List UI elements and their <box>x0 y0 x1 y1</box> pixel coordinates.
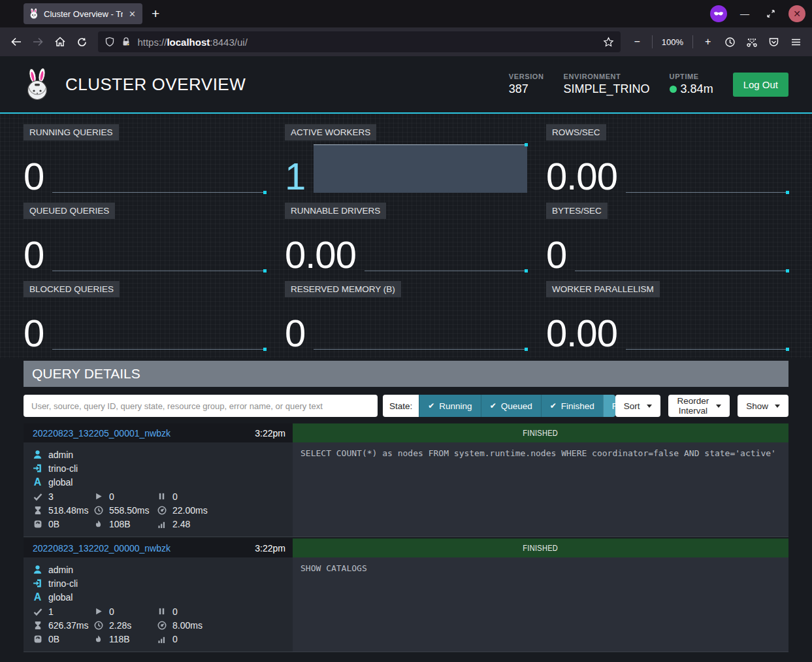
stat-value: 1 <box>285 161 305 193</box>
chevron-down-icon <box>716 405 721 408</box>
parallelism-icon <box>157 635 167 644</box>
query-status-bar: FINISHED <box>293 423 788 442</box>
history-clock-icon[interactable] <box>721 31 740 52</box>
tab-title: Cluster Overview - Trino <box>44 9 123 19</box>
zoom-level[interactable]: 100% <box>658 37 687 47</box>
sparkline <box>314 144 527 193</box>
environment-stat: ENVIRONMENT SIMPLE_TRINO <box>564 73 650 96</box>
bookmark-star-icon[interactable] <box>603 37 614 48</box>
toolbar-separator <box>652 35 653 48</box>
show-dropdown[interactable]: Show <box>738 395 788 417</box>
current-memory: 0B <box>48 634 59 644</box>
forward-icon[interactable] <box>29 31 48 52</box>
query-sql-text: SELECT COUNT(*) as nodes FROM system.run… <box>293 442 788 537</box>
state-filter-finished[interactable]: Finished <box>541 395 603 417</box>
state-filter-queued[interactable]: Queued <box>481 395 541 417</box>
back-icon[interactable] <box>7 31 26 52</box>
query-user: admin <box>48 565 73 575</box>
url-host: localhost <box>167 37 210 48</box>
browser-tab[interactable]: Cluster Overview - Trino ✕ <box>24 3 142 24</box>
query-id-link[interactable]: 20220823_132202_00000_nwbzk <box>33 543 171 554</box>
toolbar-separator <box>692 35 693 48</box>
sparkline <box>575 223 788 271</box>
version-value: 387 <box>509 82 544 96</box>
status-badge: FINISHED <box>523 429 559 438</box>
state-filter-label: State: <box>383 395 419 417</box>
state-filter-running[interactable]: Running <box>419 395 480 417</box>
stat-panel-queued-queries: QUEUED QUERIES 0 <box>24 203 266 276</box>
cumulative-memory-icon <box>93 520 103 529</box>
total-time-icon <box>93 506 103 516</box>
cpu-time-icon <box>157 506 167 516</box>
pocket-icon[interactable] <box>764 31 784 52</box>
logout-button[interactable]: Log Out <box>733 73 788 97</box>
lock-warning-icon[interactable] <box>121 37 131 47</box>
zoom-in-button[interactable]: + <box>698 31 718 52</box>
sparkline <box>314 301 527 350</box>
queued-splits-icon <box>157 491 167 501</box>
version-stat: VERSION 387 <box>509 73 544 96</box>
wall-time: 518.48ms <box>48 505 88 516</box>
query-row: 20220823_132205_00001_nwbzk 3:22pm FINIS… <box>24 423 788 537</box>
home-icon[interactable] <box>50 31 70 52</box>
current-memory: 0B <box>48 519 59 529</box>
wall-time-icon <box>33 506 42 516</box>
url-text[interactable]: https://localhost:8443/ui/ <box>137 37 597 48</box>
stat-value: 0.00 <box>546 161 617 193</box>
zoom-out-button[interactable]: − <box>627 31 647 52</box>
cpu-time: 22.00ms <box>172 505 208 516</box>
parallelism: 0 <box>172 634 178 644</box>
completed-splits: 3 <box>48 491 54 502</box>
query-id-link[interactable]: 20220823_132205_00001_nwbzk <box>33 428 171 439</box>
stat-panel-running-queries: RUNNING QUERIES 0 <box>24 124 266 198</box>
stat-panel-active-workers: ACTIVE WORKERS 1 <box>285 124 527 198</box>
user-icon <box>33 450 42 459</box>
trino-logo <box>24 68 52 103</box>
cumulative-memory: 108B <box>109 519 131 529</box>
uptime-stat: UPTIME 3.84m <box>670 73 713 96</box>
stat-value: 0 <box>285 318 305 350</box>
stat-panel-blocked-queries: BLOCKED QUERIES 0 <box>24 281 266 355</box>
sparkline <box>365 223 527 271</box>
stat-value: 0 <box>24 318 44 350</box>
chevron-down-icon <box>775 405 780 408</box>
reload-icon[interactable] <box>73 31 92 52</box>
url-scheme: https:// <box>137 37 167 48</box>
wall-time: 626.37ms <box>48 620 88 631</box>
menu-hamburger-icon[interactable] <box>786 31 805 52</box>
query-search-input[interactable] <box>24 395 378 417</box>
url-bar[interactable]: https://localhost:8443/ui/ <box>98 31 621 52</box>
uptime-label: UPTIME <box>670 73 713 80</box>
chevron-down-icon <box>647 405 652 408</box>
stat-label: RUNNING QUERIES <box>24 124 119 141</box>
stat-label: RESERVED MEMORY (B) <box>285 281 401 297</box>
sparkline <box>52 223 266 271</box>
sort-dropdown[interactable]: Sort <box>615 395 660 417</box>
sparkline <box>626 301 788 350</box>
screenshot-scissors-icon[interactable] <box>742 31 762 52</box>
tab-close-icon[interactable]: ✕ <box>127 9 137 19</box>
sparkline <box>52 144 266 193</box>
query-stats: admin trino-cli Aglobal 3 0 0 518.48ms 5… <box>24 442 293 537</box>
window-minimize-button[interactable]: — <box>736 5 753 22</box>
trino-favicon-icon <box>29 8 39 19</box>
state-filter-failed-dropdown[interactable]: Failed <box>603 395 615 417</box>
queued-splits: 0 <box>172 491 178 502</box>
running-splits-icon <box>93 491 103 501</box>
cpu-time: 8.00ms <box>172 620 203 631</box>
window-close-button[interactable]: ✕ <box>788 5 805 22</box>
query-list: 20220823_132205_00001_nwbzk 3:22pm FINIS… <box>24 423 788 652</box>
reorder-interval-dropdown[interactable]: Reorder Interval <box>668 395 730 417</box>
tracking-shield-icon[interactable] <box>105 37 115 47</box>
running-splits: 0 <box>109 491 114 502</box>
window-restore-button[interactable] <box>762 5 779 22</box>
source-login-icon <box>33 578 42 588</box>
query-source: trino-cli <box>48 463 78 474</box>
resource-group-icon: A <box>33 478 42 488</box>
trino-app: CLUSTER OVERVIEW VERSION 387 ENVIRONMENT… <box>0 56 812 662</box>
app-header: CLUSTER OVERVIEW VERSION 387 ENVIRONMENT… <box>24 56 788 112</box>
query-time: 3:22pm <box>255 428 285 439</box>
wall-time-icon <box>33 621 42 631</box>
environment-label: ENVIRONMENT <box>564 73 650 80</box>
new-tab-button[interactable]: + <box>152 6 159 22</box>
